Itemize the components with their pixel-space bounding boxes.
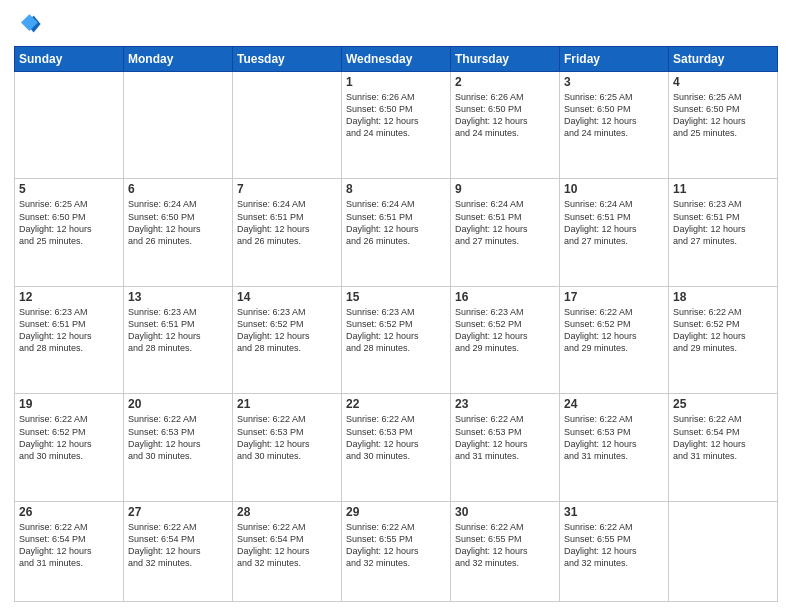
day-info: Sunrise: 6:22 AM Sunset: 6:53 PM Dayligh… <box>564 413 664 462</box>
calendar-cell: 18Sunrise: 6:22 AM Sunset: 6:52 PM Dayli… <box>669 286 778 393</box>
week-row-1: 1Sunrise: 6:26 AM Sunset: 6:50 PM Daylig… <box>15 72 778 179</box>
col-header-sunday: Sunday <box>15 47 124 72</box>
day-info: Sunrise: 6:22 AM Sunset: 6:54 PM Dayligh… <box>673 413 773 462</box>
calendar-cell: 1Sunrise: 6:26 AM Sunset: 6:50 PM Daylig… <box>342 72 451 179</box>
day-info: Sunrise: 6:24 AM Sunset: 6:51 PM Dayligh… <box>564 198 664 247</box>
day-info: Sunrise: 6:22 AM Sunset: 6:54 PM Dayligh… <box>19 521 119 570</box>
logo <box>14 10 46 38</box>
day-number: 2 <box>455 75 555 89</box>
day-info: Sunrise: 6:24 AM Sunset: 6:51 PM Dayligh… <box>455 198 555 247</box>
week-row-5: 26Sunrise: 6:22 AM Sunset: 6:54 PM Dayli… <box>15 501 778 601</box>
day-number: 14 <box>237 290 337 304</box>
day-info: Sunrise: 6:22 AM Sunset: 6:52 PM Dayligh… <box>564 306 664 355</box>
day-info: Sunrise: 6:22 AM Sunset: 6:53 PM Dayligh… <box>237 413 337 462</box>
day-number: 22 <box>346 397 446 411</box>
calendar-cell: 15Sunrise: 6:23 AM Sunset: 6:52 PM Dayli… <box>342 286 451 393</box>
calendar-cell: 30Sunrise: 6:22 AM Sunset: 6:55 PM Dayli… <box>451 501 560 601</box>
calendar-cell: 20Sunrise: 6:22 AM Sunset: 6:53 PM Dayli… <box>124 394 233 501</box>
col-header-tuesday: Tuesday <box>233 47 342 72</box>
day-number: 30 <box>455 505 555 519</box>
day-number: 15 <box>346 290 446 304</box>
day-number: 6 <box>128 182 228 196</box>
calendar-cell: 13Sunrise: 6:23 AM Sunset: 6:51 PM Dayli… <box>124 286 233 393</box>
calendar-cell: 16Sunrise: 6:23 AM Sunset: 6:52 PM Dayli… <box>451 286 560 393</box>
day-info: Sunrise: 6:22 AM Sunset: 6:55 PM Dayligh… <box>564 521 664 570</box>
week-row-3: 12Sunrise: 6:23 AM Sunset: 6:51 PM Dayli… <box>15 286 778 393</box>
col-header-saturday: Saturday <box>669 47 778 72</box>
calendar-cell: 19Sunrise: 6:22 AM Sunset: 6:52 PM Dayli… <box>15 394 124 501</box>
logo-icon <box>14 10 42 38</box>
calendar-cell: 10Sunrise: 6:24 AM Sunset: 6:51 PM Dayli… <box>560 179 669 286</box>
day-info: Sunrise: 6:24 AM Sunset: 6:50 PM Dayligh… <box>128 198 228 247</box>
calendar-cell: 31Sunrise: 6:22 AM Sunset: 6:55 PM Dayli… <box>560 501 669 601</box>
calendar-cell: 2Sunrise: 6:26 AM Sunset: 6:50 PM Daylig… <box>451 72 560 179</box>
day-info: Sunrise: 6:23 AM Sunset: 6:52 PM Dayligh… <box>455 306 555 355</box>
calendar-cell: 29Sunrise: 6:22 AM Sunset: 6:55 PM Dayli… <box>342 501 451 601</box>
day-info: Sunrise: 6:22 AM Sunset: 6:52 PM Dayligh… <box>19 413 119 462</box>
calendar-cell: 4Sunrise: 6:25 AM Sunset: 6:50 PM Daylig… <box>669 72 778 179</box>
day-info: Sunrise: 6:23 AM Sunset: 6:52 PM Dayligh… <box>237 306 337 355</box>
day-number: 5 <box>19 182 119 196</box>
calendar-cell: 14Sunrise: 6:23 AM Sunset: 6:52 PM Dayli… <box>233 286 342 393</box>
col-header-thursday: Thursday <box>451 47 560 72</box>
day-info: Sunrise: 6:24 AM Sunset: 6:51 PM Dayligh… <box>346 198 446 247</box>
calendar-cell: 9Sunrise: 6:24 AM Sunset: 6:51 PM Daylig… <box>451 179 560 286</box>
day-info: Sunrise: 6:25 AM Sunset: 6:50 PM Dayligh… <box>673 91 773 140</box>
calendar-cell <box>669 501 778 601</box>
calendar-cell: 17Sunrise: 6:22 AM Sunset: 6:52 PM Dayli… <box>560 286 669 393</box>
day-number: 8 <box>346 182 446 196</box>
day-info: Sunrise: 6:25 AM Sunset: 6:50 PM Dayligh… <box>19 198 119 247</box>
day-number: 16 <box>455 290 555 304</box>
day-number: 7 <box>237 182 337 196</box>
calendar-cell: 24Sunrise: 6:22 AM Sunset: 6:53 PM Dayli… <box>560 394 669 501</box>
day-info: Sunrise: 6:22 AM Sunset: 6:53 PM Dayligh… <box>455 413 555 462</box>
calendar-cell: 28Sunrise: 6:22 AM Sunset: 6:54 PM Dayli… <box>233 501 342 601</box>
calendar-cell: 8Sunrise: 6:24 AM Sunset: 6:51 PM Daylig… <box>342 179 451 286</box>
day-number: 17 <box>564 290 664 304</box>
calendar-cell: 7Sunrise: 6:24 AM Sunset: 6:51 PM Daylig… <box>233 179 342 286</box>
page: SundayMondayTuesdayWednesdayThursdayFrid… <box>0 0 792 612</box>
day-info: Sunrise: 6:22 AM Sunset: 6:53 PM Dayligh… <box>346 413 446 462</box>
calendar-header-row: SundayMondayTuesdayWednesdayThursdayFrid… <box>15 47 778 72</box>
day-number: 4 <box>673 75 773 89</box>
day-number: 19 <box>19 397 119 411</box>
day-number: 12 <box>19 290 119 304</box>
day-info: Sunrise: 6:23 AM Sunset: 6:51 PM Dayligh… <box>19 306 119 355</box>
week-row-4: 19Sunrise: 6:22 AM Sunset: 6:52 PM Dayli… <box>15 394 778 501</box>
day-number: 10 <box>564 182 664 196</box>
calendar-cell: 12Sunrise: 6:23 AM Sunset: 6:51 PM Dayli… <box>15 286 124 393</box>
day-info: Sunrise: 6:22 AM Sunset: 6:55 PM Dayligh… <box>455 521 555 570</box>
day-info: Sunrise: 6:22 AM Sunset: 6:54 PM Dayligh… <box>237 521 337 570</box>
calendar-cell <box>124 72 233 179</box>
day-info: Sunrise: 6:26 AM Sunset: 6:50 PM Dayligh… <box>455 91 555 140</box>
day-info: Sunrise: 6:22 AM Sunset: 6:54 PM Dayligh… <box>128 521 228 570</box>
day-number: 23 <box>455 397 555 411</box>
day-info: Sunrise: 6:25 AM Sunset: 6:50 PM Dayligh… <box>564 91 664 140</box>
calendar-cell: 25Sunrise: 6:22 AM Sunset: 6:54 PM Dayli… <box>669 394 778 501</box>
day-number: 24 <box>564 397 664 411</box>
day-info: Sunrise: 6:22 AM Sunset: 6:52 PM Dayligh… <box>673 306 773 355</box>
calendar-table: SundayMondayTuesdayWednesdayThursdayFrid… <box>14 46 778 602</box>
day-number: 11 <box>673 182 773 196</box>
calendar-cell: 6Sunrise: 6:24 AM Sunset: 6:50 PM Daylig… <box>124 179 233 286</box>
calendar-cell: 22Sunrise: 6:22 AM Sunset: 6:53 PM Dayli… <box>342 394 451 501</box>
day-info: Sunrise: 6:22 AM Sunset: 6:53 PM Dayligh… <box>128 413 228 462</box>
calendar-cell: 11Sunrise: 6:23 AM Sunset: 6:51 PM Dayli… <box>669 179 778 286</box>
day-info: Sunrise: 6:23 AM Sunset: 6:51 PM Dayligh… <box>673 198 773 247</box>
col-header-friday: Friday <box>560 47 669 72</box>
day-number: 9 <box>455 182 555 196</box>
day-number: 26 <box>19 505 119 519</box>
calendar-cell <box>233 72 342 179</box>
day-number: 25 <box>673 397 773 411</box>
day-info: Sunrise: 6:26 AM Sunset: 6:50 PM Dayligh… <box>346 91 446 140</box>
week-row-2: 5Sunrise: 6:25 AM Sunset: 6:50 PM Daylig… <box>15 179 778 286</box>
day-info: Sunrise: 6:23 AM Sunset: 6:52 PM Dayligh… <box>346 306 446 355</box>
day-info: Sunrise: 6:24 AM Sunset: 6:51 PM Dayligh… <box>237 198 337 247</box>
col-header-wednesday: Wednesday <box>342 47 451 72</box>
header <box>14 10 778 38</box>
day-number: 20 <box>128 397 228 411</box>
day-number: 1 <box>346 75 446 89</box>
calendar-cell: 3Sunrise: 6:25 AM Sunset: 6:50 PM Daylig… <box>560 72 669 179</box>
day-number: 29 <box>346 505 446 519</box>
day-info: Sunrise: 6:22 AM Sunset: 6:55 PM Dayligh… <box>346 521 446 570</box>
